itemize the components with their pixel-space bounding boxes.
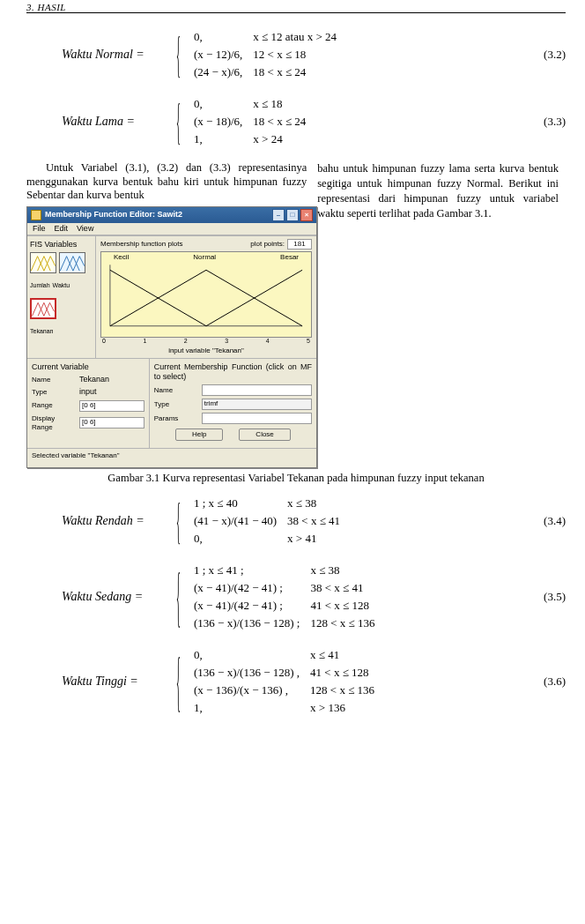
mf-name-besar: Besar xyxy=(280,253,299,262)
current-mf-title: Current Membership Function (click on MF… xyxy=(154,362,312,383)
eq-label: Waktu Tinggi = xyxy=(26,674,176,689)
window-title: Membership Function Editor: Sawit2 xyxy=(45,210,272,220)
help-button[interactable]: Help xyxy=(175,428,223,441)
plot-points-input[interactable]: 181 xyxy=(287,239,312,250)
xtick: 2 xyxy=(184,338,188,346)
membership-function-editor: Membership Function Editor: Sawit2 – □ ×… xyxy=(26,206,317,469)
var-label-jumlah: Jumlah xyxy=(30,275,50,296)
app-icon xyxy=(31,210,41,220)
xtick: 0 xyxy=(102,338,106,346)
cmf-type-select[interactable]: trimf xyxy=(202,399,312,410)
window-titlebar: Membership Function Editor: Sawit2 – □ × xyxy=(27,207,316,223)
eq-number: (3.4) xyxy=(523,514,566,528)
xtick: 5 xyxy=(307,338,310,346)
current-variable-panel: Current Variable NameTekanan Typeinput R… xyxy=(27,359,149,449)
eq-number: (3.3) xyxy=(523,115,566,129)
mf-name-kecil: Kecil xyxy=(114,253,129,262)
paragraph-left: Untuk Variabel (3.1), (3.2) dan (3.3) re… xyxy=(26,161,307,203)
input-var-tekanan-selected[interactable] xyxy=(30,298,56,319)
equation-3-3: Waktu Lama = { 0,x ≤ 18 (x − 18)/6,18 < … xyxy=(26,94,566,149)
cv-type-label: Type xyxy=(32,388,74,397)
current-variable-title: Current Variable xyxy=(32,362,144,372)
var-label-tekanan: Tekanan xyxy=(30,321,93,342)
cmf-type-label: Type xyxy=(154,400,196,409)
minimize-button[interactable]: – xyxy=(272,209,285,221)
cv-name-label: Name xyxy=(32,376,74,384)
var-label-waktu: Waktu xyxy=(53,275,70,296)
membership-plot[interactable]: Kecil Normal Besar xyxy=(100,251,312,338)
xtick: 3 xyxy=(225,338,228,346)
cv-display-range-input[interactable]: [0 6] xyxy=(79,417,144,428)
equation-3-6: Waktu Tinggi = { 0,x ≤ 41 (136 − x)/(136… xyxy=(26,645,566,718)
cmf-name-input[interactable] xyxy=(202,384,312,396)
xtick: 1 xyxy=(143,338,146,346)
figure-caption: Gambar 3.1 Kurva representasi Variabel T… xyxy=(107,472,485,485)
cmf-params-input[interactable] xyxy=(202,413,312,424)
paragraph-block: Untuk Variabel (3.1), (3.2) dan (3.3) re… xyxy=(26,161,566,468)
paragraph-right: bahu untuk himpunan fuzzy lama serta kur… xyxy=(317,161,559,221)
cv-range-label: Range xyxy=(32,401,74,410)
cv-range-input[interactable]: [0 6] xyxy=(79,400,144,412)
mf-name-normal: Normal xyxy=(193,253,216,262)
maximize-button[interactable]: □ xyxy=(286,209,299,221)
equation-3-5: Waktu Sedang = { 1 ; x ≤ 41 ;x ≤ 38 (x −… xyxy=(26,561,566,633)
cv-display-range-label: Display Range xyxy=(32,414,74,432)
eq-number: (3.2) xyxy=(523,48,566,62)
cv-name-value: Tekanan xyxy=(79,375,109,384)
cmf-params-label: Params xyxy=(154,414,196,423)
input-var-jumlah[interactable] xyxy=(30,252,56,273)
plot-points-label: plot points: xyxy=(250,240,285,249)
xtick: 4 xyxy=(266,338,270,346)
menu-bar: File Edit View xyxy=(27,223,316,235)
close-panel-button[interactable]: Close xyxy=(239,428,290,441)
output-var-placeholder[interactable] xyxy=(59,252,85,273)
plot-header: Membership function plots xyxy=(100,240,182,249)
x-axis-label: input variable "Tekanan" xyxy=(100,346,312,358)
eq-label: Waktu Normal = xyxy=(26,48,176,62)
close-button[interactable]: × xyxy=(300,209,313,221)
fis-variables-panel: FIS Variables Jumlah Waktu xyxy=(27,236,96,358)
running-head: 3. HASIL xyxy=(26,0,566,13)
fis-variables-title: FIS Variables xyxy=(30,240,93,250)
eq-label: Waktu Lama = xyxy=(26,115,176,129)
equation-3-2: Waktu Normal = { 0,x ≤ 12 atau x > 24 (x… xyxy=(26,27,566,82)
current-mf-panel: Current Membership Function (click on MF… xyxy=(149,359,316,449)
eq-number: (3.6) xyxy=(523,674,566,689)
eq-label: Waktu Rendah = xyxy=(26,514,176,528)
menu-view[interactable]: View xyxy=(77,224,93,234)
equation-3-4: Waktu Rendah = { 1 ; x ≤ 40x ≤ 38 (41 − … xyxy=(26,494,566,548)
menu-file[interactable]: File xyxy=(33,224,46,234)
status-bar: Selected variable "Tekanan" xyxy=(27,448,316,467)
cmf-name-label: Name xyxy=(154,386,196,395)
menu-edit[interactable]: Edit xyxy=(55,224,69,234)
eq-number: (3.5) xyxy=(523,590,566,604)
eq-label: Waktu Sedang = xyxy=(26,590,176,604)
cv-type-value: input xyxy=(79,387,97,397)
